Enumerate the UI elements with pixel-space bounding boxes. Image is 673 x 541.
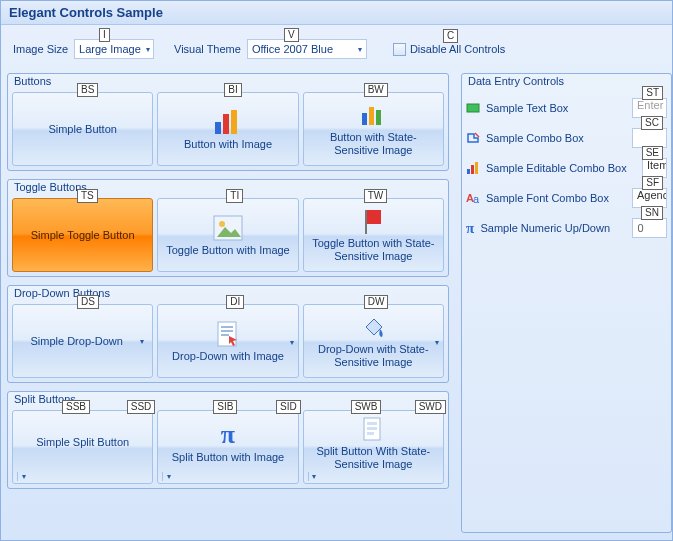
svg-rect-4 xyxy=(369,107,374,125)
button-label: Simple Toggle Button xyxy=(31,229,135,242)
toggle-buttons-group: Toggle Buttons Simple Toggle Button TS T… xyxy=(7,179,449,277)
svg-rect-19 xyxy=(467,169,470,174)
chevron-down-icon: ▾ xyxy=(312,472,316,481)
keytip: BI xyxy=(224,83,241,97)
sample-textbox[interactable]: Enter Some xyxy=(632,98,667,118)
image-size-value: Large Image xyxy=(79,43,141,55)
keytip: SSD xyxy=(127,400,156,414)
bar-chart-icon xyxy=(212,108,244,136)
visual-theme-value: Office 2007 Blue xyxy=(252,43,333,55)
chevron-down-icon: ▾ xyxy=(435,338,439,347)
sample-combo-label: Sample Combo Box xyxy=(486,132,626,144)
button-label: Split Button With State-Sensitive Image xyxy=(308,445,439,471)
keytip: TW xyxy=(364,189,388,203)
keytip: SC xyxy=(641,116,663,130)
group-title: Buttons xyxy=(14,75,51,87)
simple-dropdown-button[interactable]: Simple Drop-Down ▾ DS xyxy=(12,304,153,378)
svg-rect-9 xyxy=(367,210,381,224)
button-with-image[interactable]: Button with Image BI xyxy=(157,92,298,166)
button-label: Drop-Down with State-Sensitive Image xyxy=(308,343,439,369)
chevron-down-icon: ▾ xyxy=(22,472,26,481)
keytip: BW xyxy=(364,83,388,97)
split-button-state-sensitive[interactable]: Split Button With State-Sensitive Image … xyxy=(303,410,444,484)
button-label: Button with State-Sensitive Image xyxy=(308,131,439,157)
button-label: Toggle Button with Image xyxy=(166,244,290,257)
bar-chart-icon xyxy=(466,160,480,176)
svg-point-7 xyxy=(219,221,225,227)
svg-rect-20 xyxy=(471,165,474,174)
pi-icon: π xyxy=(466,220,474,236)
data-entry-group: Data Entry Controls Sample Text Box Ente… xyxy=(461,73,672,533)
button-label: Drop-Down with Image xyxy=(172,350,284,363)
button-label: Toggle Button with State-Sensitive Image xyxy=(308,237,439,263)
visual-theme-label: Visual Theme xyxy=(174,43,241,55)
chevron-down-icon: ▾ xyxy=(167,472,171,481)
button-label: Button with Image xyxy=(184,138,272,151)
keytip: DS xyxy=(77,295,99,309)
keytip: V xyxy=(284,28,299,42)
bar-chart-icon xyxy=(357,101,389,129)
pi-icon: π xyxy=(212,421,244,449)
svg-rect-1 xyxy=(223,114,229,134)
button-label: Simple Button xyxy=(48,123,116,136)
dropdown-state-sensitive[interactable]: Drop-Down with State-Sensitive Image ▾ D… xyxy=(303,304,444,378)
chevron-down-icon: ▾ xyxy=(141,45,151,54)
document-icon xyxy=(357,415,389,443)
sample-combo[interactable] xyxy=(632,128,667,148)
button-label: Simple Split Button xyxy=(36,436,129,449)
keytip: SF xyxy=(642,176,663,190)
sample-editable-combo[interactable]: Item 1 xyxy=(642,158,667,178)
document-cursor-icon xyxy=(212,320,244,348)
simple-button[interactable]: Simple Button BS xyxy=(12,92,153,166)
paint-bucket-icon xyxy=(357,313,389,341)
svg-rect-16 xyxy=(367,427,377,430)
dropdown-with-image[interactable]: Drop-Down with Image ▾ DI xyxy=(157,304,298,378)
keytip: TS xyxy=(77,189,98,203)
chevron-down-icon: ▾ xyxy=(136,337,148,346)
svg-text:a: a xyxy=(473,193,480,205)
keytip: SWD xyxy=(415,400,446,414)
group-title: Toggle Buttons xyxy=(14,181,87,193)
svg-rect-2 xyxy=(231,110,237,134)
options-row: Image Size Large Image ▾ I Visual Theme … xyxy=(1,25,672,73)
svg-rect-0 xyxy=(215,122,221,134)
visual-theme-combo[interactable]: Office 2007 Blue ▾ V xyxy=(247,39,367,59)
keytip: DW xyxy=(364,295,389,309)
svg-rect-18 xyxy=(467,104,479,112)
sample-font-combo[interactable]: Agency FB xyxy=(632,188,667,208)
split-dropdown[interactable]: ▾ xyxy=(162,472,174,481)
combo-icon xyxy=(466,130,480,146)
disable-all-checkbox[interactable] xyxy=(393,43,406,56)
buttons-group: Buttons Simple Button BS Button with Ima… xyxy=(7,73,449,171)
toggle-button-state-sensitive[interactable]: Toggle Button with State-Sensitive Image… xyxy=(303,198,444,272)
window-title: Elegant Controls Sample xyxy=(1,1,672,25)
disable-all-label: Disable All Controls xyxy=(410,43,505,55)
svg-rect-8 xyxy=(365,210,367,234)
font-icon: Aa xyxy=(466,190,480,206)
keytip: SIB xyxy=(213,400,237,414)
svg-rect-15 xyxy=(367,422,377,425)
svg-rect-5 xyxy=(376,110,381,125)
keytip: SWB xyxy=(351,400,382,414)
split-dropdown[interactable]: ▾ xyxy=(17,472,29,481)
sample-textbox-label: Sample Text Box xyxy=(486,102,626,114)
split-button-with-image[interactable]: π Split Button with Image ▾ xyxy=(157,410,298,484)
simple-toggle-button[interactable]: Simple Toggle Button TS xyxy=(12,198,153,272)
sample-numeric-updown[interactable]: 0 xyxy=(632,218,667,238)
button-state-sensitive[interactable]: Button with State-Sensitive Image BW xyxy=(303,92,444,166)
simple-split-button[interactable]: Simple Split Button ▾ xyxy=(12,410,153,484)
image-size-combo[interactable]: Large Image ▾ I xyxy=(74,39,154,59)
keytip: C xyxy=(443,29,458,43)
group-title: Data Entry Controls xyxy=(468,75,564,87)
keytip: DI xyxy=(226,295,244,309)
image-size-label: Image Size xyxy=(13,43,68,55)
numeric-value: 0 xyxy=(637,222,643,234)
keytip: SID xyxy=(276,400,301,414)
sample-numeric-label: Sample Numeric Up/Down xyxy=(480,222,626,234)
split-buttons-group: Split Buttons Simple Split Button ▾ SSB … xyxy=(7,391,449,489)
keytip: SN xyxy=(641,206,663,220)
sample-editable-combo-label: Sample Editable Combo Box xyxy=(486,162,636,174)
toggle-button-with-image[interactable]: Toggle Button with Image TI xyxy=(157,198,298,272)
split-dropdown[interactable]: ▾ xyxy=(308,472,320,481)
svg-rect-17 xyxy=(367,432,374,435)
